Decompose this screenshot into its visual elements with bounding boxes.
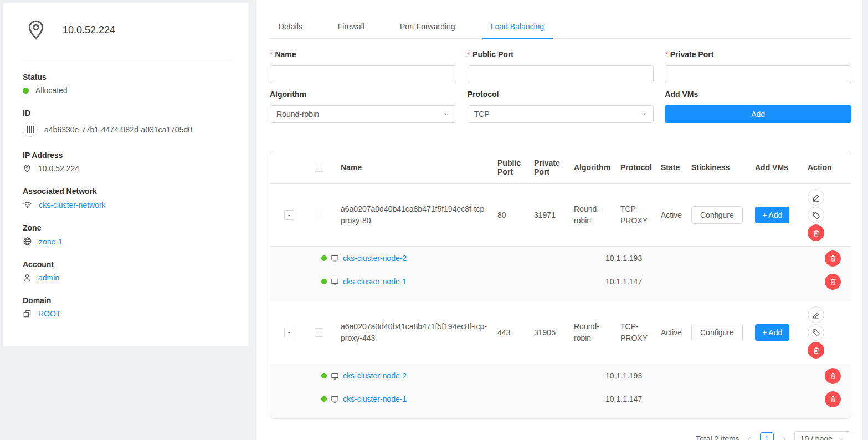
field-status: Status Allocated bbox=[23, 73, 233, 95]
vm-row: cks-cluster-node-2 10.1.1.193 bbox=[270, 247, 851, 270]
table-row: - a6a0207a0d40b41ca8b471f5f194ec8f-tcp-p… bbox=[270, 301, 851, 364]
field-account: Account admin bbox=[23, 260, 233, 282]
remove-vm-button[interactable] bbox=[825, 250, 841, 267]
add-vm-button[interactable]: + Add bbox=[755, 207, 789, 223]
rule-algorithm: Round-robin bbox=[569, 321, 616, 344]
vm-row: cks-cluster-node-1 10.1.1.147 bbox=[270, 270, 851, 293]
tab-port-forwarding[interactable]: Port Forwarding bbox=[391, 17, 464, 38]
vm-monitor-icon bbox=[331, 395, 339, 403]
configure-stickiness-button[interactable]: Configure bbox=[691, 206, 743, 224]
tab-firewall[interactable]: Firewall bbox=[329, 17, 373, 38]
domain-link[interactable]: ROOT bbox=[38, 309, 60, 318]
add-button[interactable]: Add bbox=[665, 105, 851, 123]
tab-details[interactable]: Details bbox=[270, 17, 311, 38]
pencil-icon bbox=[812, 193, 820, 202]
user-icon bbox=[23, 273, 32, 282]
trash-icon bbox=[812, 346, 820, 355]
wifi-icon bbox=[23, 200, 32, 209]
chevron-down-icon bbox=[837, 436, 845, 440]
public-port-input[interactable] bbox=[468, 65, 654, 83]
add-vms-label: Add VMs bbox=[665, 90, 851, 101]
network-link[interactable]: cks-cluster-network bbox=[39, 201, 106, 209]
divider bbox=[23, 58, 233, 58]
rule-name: a6a0207a0d40b41ca8b471f5f194ec8f-tcp-pro… bbox=[330, 203, 493, 227]
tab-load-balancing[interactable]: Load Balancing bbox=[482, 17, 553, 38]
rule-public-port: 443 bbox=[493, 328, 530, 337]
chevron-right-icon[interactable] bbox=[779, 436, 789, 440]
tag-rule-button[interactable] bbox=[808, 324, 824, 341]
remove-vm-button[interactable] bbox=[825, 391, 841, 407]
chevron-down-icon bbox=[640, 111, 647, 117]
vm-ip: 10.1.1.147 bbox=[605, 277, 642, 286]
load-balancer-table: Name Public Port Private Port Algorithm … bbox=[270, 151, 851, 419]
domain-icon bbox=[23, 309, 32, 318]
protocol-select[interactable]: TCP bbox=[468, 105, 654, 123]
table-header: Name Public Port Private Port Algorithm … bbox=[270, 151, 851, 184]
vm-link[interactable]: cks-cluster-node-1 bbox=[343, 277, 407, 286]
status-value: Allocated bbox=[35, 86, 68, 95]
field-domain: Domain ROOT bbox=[23, 296, 233, 318]
page-size-select[interactable]: 10 / page bbox=[794, 431, 851, 440]
pencil-icon bbox=[812, 311, 820, 319]
vm-monitor-icon bbox=[331, 278, 339, 286]
trash-icon bbox=[829, 278, 837, 285]
page-number-button[interactable]: 1 bbox=[760, 432, 774, 440]
id-value: a4b6330e-77b1-4474-982d-a031ca1705d0 bbox=[44, 125, 192, 134]
vm-link[interactable]: cks-cluster-node-1 bbox=[343, 395, 407, 403]
tag-icon bbox=[812, 211, 820, 219]
tab-bar: Details Firewall Port Forwarding Load Ba… bbox=[270, 0, 851, 39]
account-link[interactable]: admin bbox=[38, 273, 59, 282]
algorithm-select[interactable]: Round-robin bbox=[270, 105, 456, 123]
collapse-row-button[interactable]: - bbox=[284, 210, 294, 220]
ip-address-icon bbox=[25, 19, 47, 41]
page-title: 10.0.52.224 bbox=[63, 24, 115, 36]
resource-detail-panel: 10.0.52.224 Status Allocated ID a4b6330e… bbox=[3, 3, 249, 346]
add-vm-button[interactable]: + Add bbox=[755, 324, 789, 341]
row-checkbox[interactable] bbox=[315, 328, 323, 337]
trash-icon bbox=[829, 395, 837, 403]
vm-link[interactable]: cks-cluster-node-2 bbox=[343, 371, 407, 380]
field-ip-address: IP Address 10.0.52.224 bbox=[23, 151, 233, 173]
vm-link[interactable]: cks-cluster-node-2 bbox=[343, 254, 407, 263]
delete-rule-button[interactable] bbox=[808, 342, 824, 359]
public-port-label: *Public Port bbox=[468, 50, 654, 61]
trash-icon bbox=[812, 229, 820, 237]
tag-rule-button[interactable] bbox=[808, 207, 824, 223]
rule-protocol: TCP-PROXY bbox=[616, 203, 656, 227]
pagination-bar: Total 2 items 1 10 / page bbox=[270, 431, 851, 440]
expanded-vm-list: cks-cluster-node-2 10.1.1.193 cks-cluste… bbox=[270, 364, 851, 418]
chevron-left-icon[interactable] bbox=[745, 436, 754, 440]
resource-header: 10.0.52.224 bbox=[23, 19, 233, 41]
vm-status-dot-icon bbox=[321, 255, 327, 261]
remove-vm-button[interactable] bbox=[825, 368, 841, 384]
delete-rule-button[interactable] bbox=[808, 224, 824, 241]
collapse-row-button[interactable]: - bbox=[284, 328, 294, 337]
remove-vm-button[interactable] bbox=[825, 274, 841, 290]
zone-link[interactable]: zone-1 bbox=[39, 237, 63, 246]
edit-rule-button[interactable] bbox=[808, 306, 824, 323]
configure-stickiness-button[interactable]: Configure bbox=[691, 324, 743, 341]
field-associated-network: Associated Network cks-cluster-network bbox=[23, 187, 233, 209]
globe-icon bbox=[23, 237, 32, 246]
vm-monitor-icon bbox=[331, 254, 339, 263]
vm-row: cks-cluster-node-2 10.1.1.193 bbox=[270, 364, 851, 387]
field-id: ID a4b6330e-77b1-4474-982d-a031ca1705d0 bbox=[23, 109, 233, 137]
ip-value: 10.0.52.224 bbox=[38, 164, 79, 173]
table-row: - a6a0207a0d40b41ca8b471f5f194ec8f-tcp-p… bbox=[270, 184, 851, 246]
name-input[interactable] bbox=[270, 65, 456, 83]
rule-name: a6a0207a0d40b41ca8b471f5f194ec8f-tcp-pro… bbox=[330, 321, 493, 344]
vm-row: cks-cluster-node-1 10.1.1.147 bbox=[270, 387, 851, 411]
row-checkbox[interactable] bbox=[315, 211, 323, 219]
edit-rule-button[interactable] bbox=[808, 189, 824, 206]
select-all-checkbox[interactable] bbox=[315, 163, 323, 172]
vm-monitor-icon bbox=[331, 372, 339, 380]
main-panel: Details Firewall Port Forwarding Load Ba… bbox=[256, 0, 862, 440]
trash-icon bbox=[829, 254, 837, 262]
private-port-input[interactable] bbox=[665, 65, 851, 83]
trash-icon bbox=[829, 372, 837, 380]
vm-ip: 10.1.1.193 bbox=[605, 371, 642, 380]
pin-icon bbox=[23, 164, 32, 173]
chevron-down-icon bbox=[443, 111, 450, 117]
rule-protocol: TCP-PROXY bbox=[616, 321, 656, 344]
expanded-vm-list: cks-cluster-node-2 10.1.1.193 cks-cluste… bbox=[270, 246, 851, 301]
